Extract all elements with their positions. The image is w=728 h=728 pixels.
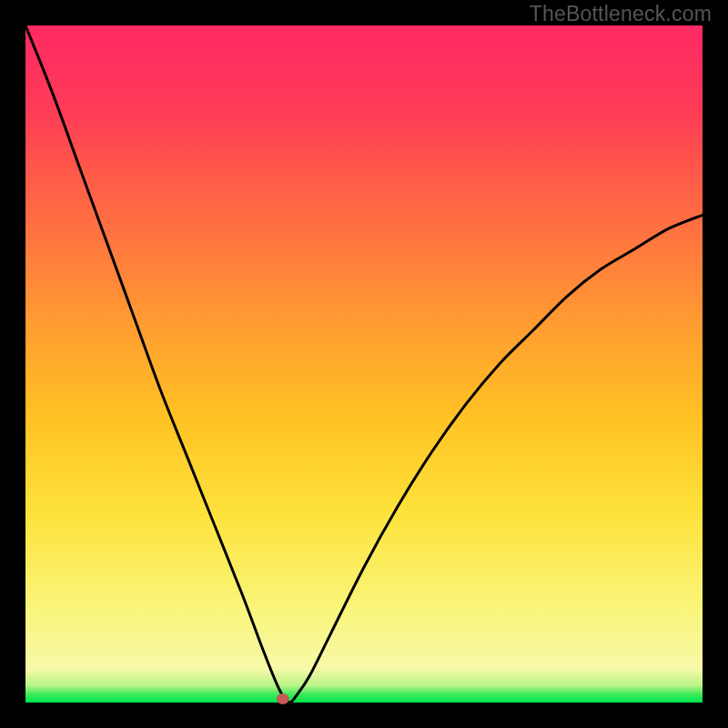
minimum-marker xyxy=(277,693,289,704)
bottleneck-curve xyxy=(25,25,703,703)
plot-area xyxy=(25,25,703,703)
attribution-text: TheBottleneck.com xyxy=(530,2,712,26)
chart-frame: TheBottleneck.com xyxy=(0,0,728,728)
